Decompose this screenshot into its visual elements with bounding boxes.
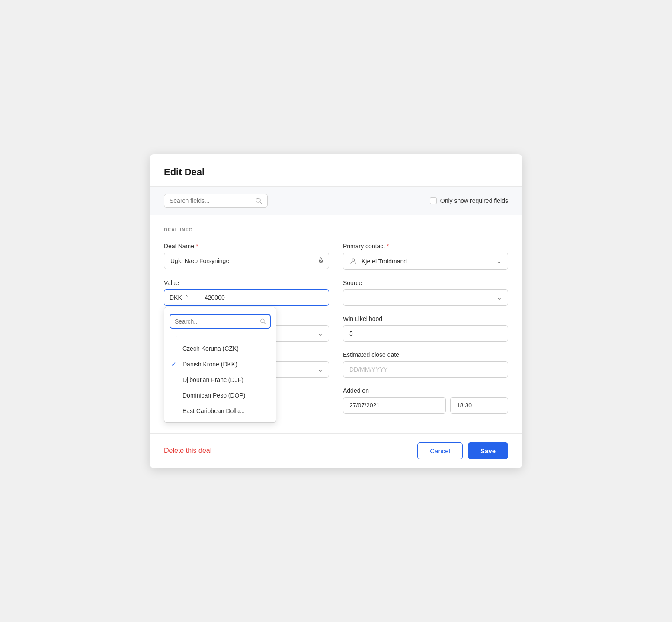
added-on-group: Added on: [343, 387, 508, 414]
source-group: Source ⌄: [343, 279, 508, 306]
currency-item-djf[interactable]: Djiboutian Franc (DJF): [164, 372, 276, 388]
svg-line-1: [260, 202, 262, 204]
search-input[interactable]: [170, 197, 252, 204]
modal-title: Edit Deal: [164, 167, 205, 177]
required-fields-row: Only show required fields: [430, 197, 508, 204]
value-row: DKK ⌃: [164, 289, 329, 306]
win-likelihood-label: Win Likelihood: [343, 315, 508, 322]
added-on-time-input[interactable]: [450, 397, 508, 414]
value-group: Value DKK ⌃: [164, 279, 329, 306]
modal-header: Edit Deal: [150, 154, 522, 186]
added-on-label: Added on: [343, 387, 508, 394]
source-select[interactable]: [343, 289, 508, 306]
currency-code: DKK: [170, 294, 182, 301]
modal-footer: Delete this deal Cancel Save: [150, 433, 522, 468]
footer-buttons: Cancel Save: [417, 442, 508, 459]
deal-name-label: Deal Name *: [164, 243, 329, 250]
date-time-row: [343, 397, 508, 414]
check-icon: ✓: [171, 361, 178, 368]
search-bar-row: Only show required fields: [150, 186, 522, 215]
source-select-wrapper: ⌄: [343, 289, 508, 306]
source-label: Source: [343, 279, 508, 286]
currency-item-dop[interactable]: Dominican Peso (DOP): [164, 388, 276, 403]
currency-search-icon: [260, 318, 266, 324]
person-icon: [349, 257, 357, 265]
cancel-button[interactable]: Cancel: [417, 442, 463, 459]
search-field[interactable]: [164, 194, 268, 208]
currency-item-partial: · · ·: [164, 332, 276, 341]
section-label: DEAL INFO: [164, 227, 508, 232]
primary-contact-select[interactable]: Kjetel Troldmand ⌄: [343, 253, 508, 270]
value-group-wrapper: DKK ⌃: [164, 289, 329, 306]
deal-name-required: *: [196, 243, 198, 250]
primary-contact-label: Primary contact *: [343, 243, 508, 250]
currency-chevron-up: ⌃: [185, 295, 189, 300]
deal-name-icon-btn[interactable]: [317, 257, 325, 265]
currency-item-xcd[interactable]: East Caribbean Dolla...: [164, 403, 276, 419]
added-on-date-input[interactable]: [343, 397, 446, 414]
primary-contact-group: Primary contact * Kjetel Troldmand ⌄: [343, 243, 508, 270]
edit-deal-modal: Edit Deal Only show required fields DEAL…: [150, 154, 522, 468]
flame-icon: [317, 257, 325, 265]
deal-name-group: Deal Name *: [164, 243, 329, 270]
value-label: Value: [164, 279, 329, 286]
win-likelihood-input[interactable]: [343, 325, 508, 342]
form-grid: Deal Name * Primary contact: [164, 243, 508, 423]
estimated-close-date-label: Estimated close date: [343, 351, 508, 358]
estimated-close-date-group: Estimated close date: [343, 351, 508, 378]
svg-line-4: [264, 322, 265, 324]
win-likelihood-group: Win Likelihood: [343, 315, 508, 342]
save-button[interactable]: Save: [468, 442, 508, 459]
modal-body: DEAL INFO Deal Name *: [150, 215, 522, 433]
svg-point-2: [352, 259, 355, 261]
currency-item-dkk[interactable]: ✓ Danish Krone (DKK): [164, 356, 276, 372]
required-fields-label: Only show required fields: [440, 197, 508, 204]
value-input[interactable]: [198, 289, 329, 306]
deal-name-input[interactable]: [164, 253, 329, 269]
delete-deal-button[interactable]: Delete this deal: [164, 447, 211, 455]
currency-dropdown: · · · Czech Koruna (CZK) ✓ Danish Krone …: [164, 307, 276, 423]
currency-item-czk[interactable]: Czech Koruna (CZK): [164, 341, 276, 356]
primary-contact-value: Kjetel Troldmand: [362, 258, 407, 265]
primary-contact-required: *: [387, 243, 389, 250]
primary-contact-chevron: ⌄: [496, 258, 502, 265]
estimated-close-date-input[interactable]: [343, 361, 508, 378]
search-icon: [255, 197, 262, 204]
currency-search-inner: [170, 314, 271, 329]
deal-name-input-wrapper: [164, 253, 329, 269]
currency-selector[interactable]: DKK ⌃: [164, 289, 198, 306]
required-fields-checkbox[interactable]: [430, 197, 437, 204]
currency-search: [164, 311, 276, 332]
currency-search-input[interactable]: [175, 318, 256, 325]
